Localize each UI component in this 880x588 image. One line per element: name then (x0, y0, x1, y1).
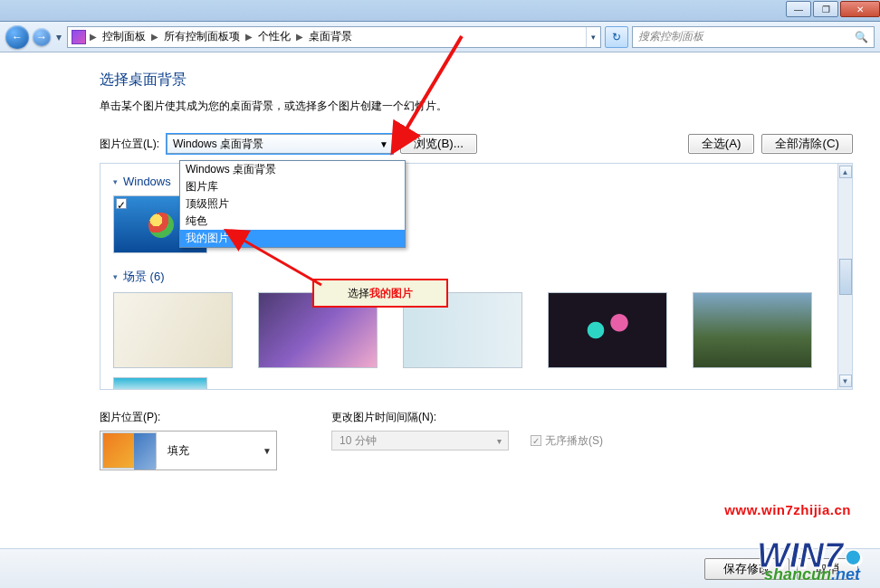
chevron-down-icon: ▼ (261, 432, 273, 469)
picture-location-dropdown[interactable]: Windows 桌面背景 图片库 顶级照片 纯色 我的图片 (179, 160, 406, 248)
chevron-down-icon: ▾ (493, 432, 505, 450)
wallpaper-thumb[interactable] (113, 377, 207, 390)
interval-label: 更改图片时间间隔(N): (331, 410, 603, 425)
select-all-button[interactable]: 全选(A) (688, 134, 755, 154)
watermark-url: www.win7zhijia.cn (724, 502, 851, 517)
window-titlebar: — ❐ ✕ (0, 0, 880, 22)
search-placeholder: 搜索控制面板 (638, 29, 703, 44)
wallpaper-thumb[interactable] (113, 292, 233, 368)
page-description: 单击某个图片使其成为您的桌面背景，或选择多个图片创建一个幻灯片。 (100, 99, 853, 114)
collapse-icon: ▾ (113, 272, 118, 281)
crumb-desktop-background[interactable]: 桌面背景 (307, 29, 354, 44)
annotation-tip-prefix: 选择 (348, 286, 369, 301)
breadcrumb-bar[interactable]: ▶ 控制面板 ▶ 所有控制面板项 ▶ 个性化 ▶ 桌面背景 ▾ (67, 26, 601, 48)
chevron-down-icon: ▼ (378, 135, 390, 153)
annotation-tip-box: 选择 我的图片 (312, 279, 448, 308)
windows-logo-icon (148, 213, 174, 238)
dropdown-option[interactable]: Windows 桌面背景 (180, 161, 405, 178)
lower-controls: 图片位置(P): 填充 ▼ 更改图片时间间隔(N): 10 分钟 ▾ ✓ 无序播… (100, 410, 853, 470)
picture-location-label: 图片位置(L): (100, 137, 159, 152)
interval-block: 更改图片时间间隔(N): 10 分钟 ▾ ✓ 无序播放(S) (331, 410, 603, 470)
dropdown-option[interactable]: 我的图片 (180, 230, 405, 247)
search-input[interactable]: 搜索控制面板 🔍 (632, 26, 875, 48)
interval-value: 10 分钟 (340, 433, 377, 449)
address-bar: ← → ▾ ▶ 控制面板 ▶ 所有控制面板项 ▶ 个性化 ▶ 桌面背景 ▾ ↻ … (0, 22, 880, 52)
combo-value: Windows 桌面背景 (173, 137, 263, 152)
window-controls: — ❐ ✕ (784, 0, 880, 21)
checkbox-icon: ✓ (531, 435, 541, 446)
wallpaper-thumb[interactable] (693, 292, 812, 368)
picture-location-combo[interactable]: Windows 桌面背景 ▼ (167, 134, 393, 154)
control-panel-icon (72, 30, 86, 44)
nav-history-dropdown[interactable]: ▾ (54, 27, 63, 47)
thumb-checkbox[interactable]: ✓ (116, 198, 127, 209)
crumb-sep-icon: ▶ (149, 32, 160, 42)
dropdown-option[interactable]: 纯色 (180, 213, 405, 230)
maximize-button[interactable]: ❐ (813, 1, 838, 17)
crumb-sep-icon: ▶ (88, 32, 99, 42)
group-label: Windows (123, 175, 171, 188)
watermark-url2: shancun.net (764, 565, 860, 584)
crumb-control-panel[interactable]: 控制面板 (100, 29, 148, 44)
browse-button[interactable]: 浏览(B)... (400, 134, 477, 154)
collapse-icon: ▾ (113, 177, 118, 186)
footer-bar: 保存修改 取消 (0, 548, 880, 588)
crumb-sep-icon: ▶ (294, 32, 305, 42)
crumb-sep-icon: ▶ (244, 32, 254, 42)
dropdown-option[interactable]: 图片库 (180, 178, 405, 195)
interval-combo: 10 分钟 ▾ (331, 431, 509, 450)
page-title: 选择桌面背景 (100, 71, 853, 90)
search-icon: 🔍 (855, 31, 868, 43)
picture-position-combo[interactable]: 填充 ▼ (100, 431, 277, 470)
scroll-thumb[interactable] (839, 259, 852, 295)
scroll-up-button[interactable]: ▲ (839, 166, 852, 178)
annotation-tip-strong: 我的图片 (369, 286, 413, 301)
nav-forward-button[interactable]: → (33, 28, 51, 46)
group-label: 场景 (6) (123, 269, 165, 285)
scrollbar[interactable]: ▲ ▼ (837, 164, 852, 389)
picture-position-block: 图片位置(P): 填充 ▼ (100, 410, 277, 470)
scroll-down-button[interactable]: ▼ (839, 375, 852, 387)
shuffle-checkbox: ✓ 无序播放(S) (531, 433, 603, 449)
position-preview-icon (102, 432, 157, 469)
close-button[interactable]: ✕ (840, 1, 880, 17)
refresh-button[interactable]: ↻ (605, 26, 628, 48)
thumbs-row (113, 292, 839, 377)
minimize-button[interactable]: — (786, 1, 811, 17)
shuffle-label: 无序播放(S) (545, 433, 603, 449)
nav-back-button[interactable]: ← (5, 25, 29, 49)
position-value: 填充 (167, 443, 189, 459)
picture-position-label: 图片位置(P): (100, 410, 277, 425)
dropdown-option[interactable]: 顶级照片 (180, 195, 405, 213)
group-header-scene[interactable]: ▾ 场景 (6) (113, 269, 839, 285)
crumb-personalization[interactable]: 个性化 (256, 29, 292, 44)
picture-location-row: 图片位置(L): Windows 桌面背景 ▼ 浏览(B)... 全选(A) 全… (100, 134, 853, 154)
crumb-all-items[interactable]: 所有控制面板项 (162, 29, 242, 44)
breadcrumb-dropdown[interactable]: ▾ (586, 27, 600, 47)
clear-all-button[interactable]: 全部清除(C) (761, 134, 853, 154)
wallpaper-thumb[interactable] (548, 292, 667, 368)
